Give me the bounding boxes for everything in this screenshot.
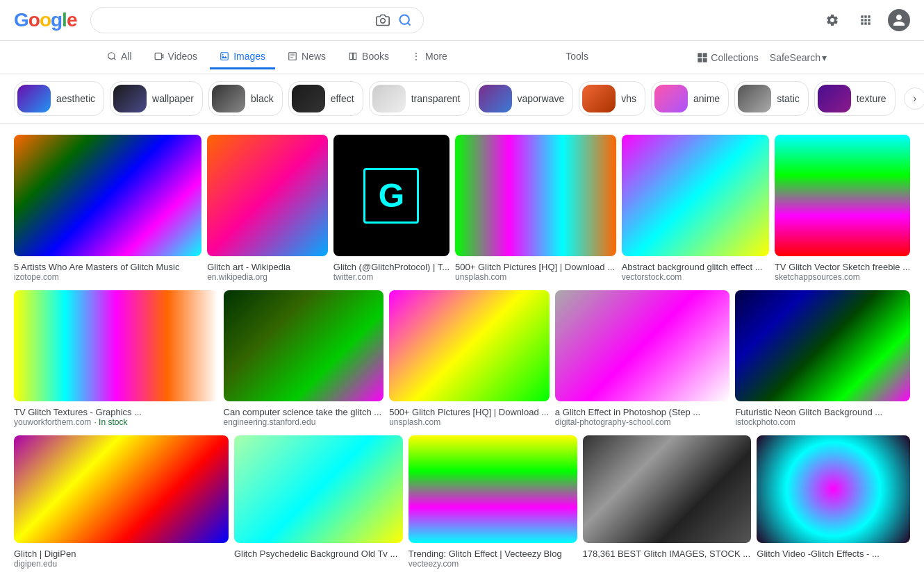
grid-item-unsplash2[interactable]: 500+ Glitch Pictures [HQ] | Download ...… [389, 290, 550, 430]
svg-point-0 [381, 19, 386, 24]
img-info-unsplash1: 500+ Glitch Pictures [HQ] | Download ...… [455, 259, 616, 285]
image-digiphoto [555, 290, 730, 401]
chip-thumb-static [738, 85, 771, 112]
svg-rect-4 [221, 53, 229, 60]
grid-item-izotope[interactable]: 5 Artists Who Are Masters of Glitch Musi… [14, 135, 201, 285]
chip-label-static: static [777, 93, 800, 104]
tab-books[interactable]: Books [338, 45, 399, 69]
img-source-vecteezy: vecteezy.com [409, 559, 459, 569]
image-vectorstock [622, 135, 769, 256]
chip-thumb-aesthetic [17, 85, 51, 112]
img-title-youwork: TV Glitch Textures - Graphics ... [14, 407, 218, 417]
chip-thumb-effect [292, 85, 325, 112]
settings-button[interactable] [821, 9, 843, 31]
image-twitter: G [333, 135, 449, 256]
image-unsplash2 [389, 290, 550, 401]
grid-item-sketchapp[interactable]: TV Glitch Vector Sketch freebie ...sketc… [775, 135, 910, 285]
img-source-vectorstock: vectorstock.com [622, 272, 682, 282]
search-input[interactable]: glitch [102, 14, 369, 26]
grid-item-wikipedia[interactable]: Glitch art - Wikipediaen.wikipedia.org [207, 135, 328, 285]
img-info-digiphoto: a Glitch Effect in Photoshop (Step ...di… [555, 404, 730, 430]
grid-item-178k[interactable]: 178,361 BEST Glitch IMAGES, STOCK ... [583, 435, 752, 571]
img-source-digipen: digipen.edu [14, 559, 57, 569]
chip-label-vaporwave: vaporwave [518, 93, 565, 104]
chip-vaporwave[interactable]: vaporwave [475, 81, 574, 116]
search-icons [376, 13, 412, 27]
camera-icon[interactable] [376, 13, 390, 27]
img-title-stanford: Can computer science take the glitch ... [224, 407, 384, 417]
img-source-unsplash1: unsplash.com [455, 272, 506, 282]
image-row-3: Glitch | DigiPendigipen.eduGlitch Psyche… [14, 435, 910, 571]
chip-thumb-wallpaper [113, 85, 147, 112]
image-row-1: 5 Artists Who Are Masters of Glitch Musi… [14, 135, 910, 285]
chips-next-arrow[interactable]: › [904, 87, 924, 110]
grid-item-vecteezy[interactable]: Trending: Glitch Effect | Vecteezy Blogv… [409, 435, 577, 571]
nav-right: Collections SafeSearch ▾ [697, 52, 827, 63]
grid-item-glitchvideo[interactable]: Glitch Video -Glitch Effects - ... [757, 435, 910, 571]
grid-item-digiphoto[interactable]: a Glitch Effect in Photoshop (Step ...di… [555, 290, 730, 430]
img-title-178k: 178,361 BEST Glitch IMAGES, STOCK ... [583, 549, 752, 559]
img-title-izotope: 5 Artists Who Are Masters of Glitch Musi… [14, 262, 201, 272]
avatar[interactable] [888, 9, 910, 31]
chip-texture[interactable]: texture [814, 81, 896, 116]
tab-all[interactable]: All [97, 45, 142, 69]
grid-item-istock1[interactable]: Futuristic Neon Glitch Background ...ist… [735, 290, 910, 430]
img-title-digiphoto: a Glitch Effect in Photoshop (Step ... [555, 407, 730, 417]
img-info-vectorstock: Abstract background glitch effect ...vec… [622, 259, 769, 285]
img-source-unsplash2: unsplash.com [389, 417, 440, 427]
chip-thumb-transparent [372, 85, 406, 112]
image-sketchapp [775, 135, 910, 256]
image-wikipedia [207, 135, 328, 256]
image-glitchvideo [757, 435, 910, 543]
chip-thumb-anime [654, 85, 688, 112]
google-logo[interactable]: Google [14, 9, 76, 31]
img-source-wikipedia: en.wikipedia.org [207, 272, 267, 282]
img-source-sketchapp: sketchappsources.com [775, 272, 860, 282]
image-grid: 5 Artists Who Are Masters of Glitch Musi… [0, 124, 924, 577]
chip-transparent[interactable]: transparent [369, 81, 470, 116]
img-source-izotope: izotope.com [14, 272, 59, 282]
chip-static[interactable]: static [734, 81, 809, 116]
svg-point-2 [108, 53, 115, 59]
svg-rect-10 [703, 58, 707, 62]
img-title-twitter: Glitch (@GlitchProtocol) | T... [333, 262, 449, 272]
tab-images[interactable]: Images [210, 45, 275, 69]
img-title-sketchapp: TV Glitch Vector Sketch freebie ... [775, 262, 910, 272]
img-info-izotope: 5 Artists Who Are Masters of Glitch Musi… [14, 259, 201, 285]
img-source-youwork: youworkforthem.com [14, 417, 91, 427]
grid-item-vectorstock[interactable]: Abstract background glitch effect ...vec… [622, 135, 769, 285]
grid-item-digipen[interactable]: Glitch | DigiPendigipen.edu [14, 435, 229, 571]
nav-tabs: All Videos Images News Books ⋮ More Tool… [0, 41, 924, 74]
collections-button[interactable]: Collections [697, 52, 758, 63]
svg-point-1 [400, 15, 409, 24]
safesearch-button[interactable]: SafeSearch ▾ [770, 52, 827, 63]
img-title-unsplash2: 500+ Glitch Pictures [HQ] | Download ... [389, 407, 550, 417]
search-icon[interactable] [398, 13, 412, 27]
grid-item-twitter[interactable]: GGlitch (@GlitchProtocol) | T...twitter.… [333, 135, 449, 285]
image-istock1 [735, 290, 910, 401]
chip-effect[interactable]: effect [288, 81, 363, 116]
chips-row: aestheticwallpaperblackeffecttransparent… [0, 74, 924, 124]
chip-anime[interactable]: anime [651, 81, 729, 116]
apps-button[interactable] [855, 9, 877, 31]
grid-item-stanford[interactable]: Can computer science take the glitch ...… [224, 290, 384, 430]
tab-news[interactable]: News [278, 45, 336, 69]
grid-item-youwork[interactable]: TV Glitch Textures - Graphics ...youwork… [14, 290, 218, 430]
chip-vhs[interactable]: vhs [579, 81, 645, 116]
chip-wallpaper[interactable]: wallpaper [110, 81, 203, 116]
img-title-unsplash1: 500+ Glitch Pictures [HQ] | Download ... [455, 262, 616, 272]
tab-videos[interactable]: Videos [145, 45, 208, 69]
chip-thumb-texture [818, 85, 851, 112]
img-info-glitchvideo: Glitch Video -Glitch Effects - ... [757, 546, 910, 562]
img-info-youwork: TV Glitch Textures - Graphics ...youwork… [14, 404, 218, 430]
chip-black[interactable]: black [208, 81, 283, 116]
tab-more[interactable]: ⋮ More [402, 45, 457, 69]
grid-item-psychedelic[interactable]: Glitch Psychedelic Background Old Tv ... [234, 435, 403, 571]
img-info-unsplash2: 500+ Glitch Pictures [HQ] | Download ...… [389, 404, 550, 430]
img-source-twitter: twitter.com [333, 272, 373, 282]
grid-item-unsplash1[interactable]: 500+ Glitch Pictures [HQ] | Download ...… [455, 135, 616, 285]
chip-aesthetic[interactable]: aesthetic [14, 81, 104, 116]
tab-tools[interactable]: Tools [556, 45, 598, 69]
svg-rect-3 [155, 53, 161, 59]
image-youwork [14, 290, 218, 401]
